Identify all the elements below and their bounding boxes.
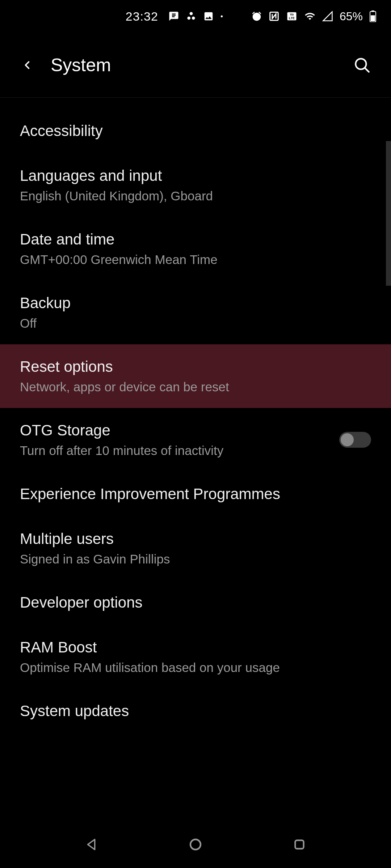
- dot-icon: •: [220, 12, 223, 21]
- app-header: System: [0, 33, 391, 98]
- list-item-languages[interactable]: Languages and input English (United King…: [0, 153, 391, 217]
- svg-text:LTE: LTE: [289, 16, 295, 20]
- list-item-experience-improvement[interactable]: Experience Improvement Programmes: [0, 472, 391, 516]
- list-item-ram-boost[interactable]: RAM Boost Optimise RAM utilisation based…: [0, 625, 391, 689]
- volte-icon: VoLTE: [286, 11, 298, 22]
- status-time: 23:32: [126, 9, 158, 24]
- nav-back-button[interactable]: [81, 834, 102, 855]
- svg-line-11: [365, 68, 369, 72]
- svg-rect-13: [295, 840, 303, 848]
- nav-recent-button[interactable]: [289, 834, 310, 855]
- list-title: RAM Boost: [20, 639, 371, 656]
- battery-icon: [369, 10, 377, 22]
- list-item-system-updates[interactable]: System updates: [0, 689, 391, 733]
- list-title: System updates: [20, 702, 371, 720]
- svg-rect-8: [371, 10, 374, 12]
- list-title: Backup: [20, 294, 371, 312]
- list-subtitle: Network, apps or device can be reset: [20, 380, 371, 394]
- svg-point-0: [190, 12, 193, 15]
- svg-point-1: [187, 17, 190, 20]
- list-item-developer-options[interactable]: Developer options: [0, 580, 391, 625]
- toggle-knob: [341, 433, 354, 446]
- list-title: Experience Improvement Programmes: [20, 485, 371, 503]
- list-item-accessibility[interactable]: Accessibility: [0, 109, 391, 153]
- navigation-bar: [0, 821, 391, 868]
- settings-list: Accessibility Languages and input Englis…: [0, 98, 391, 733]
- list-title: Date and time: [20, 231, 371, 248]
- list-title: Accessibility: [20, 122, 371, 140]
- list-title: Developer options: [20, 594, 371, 611]
- list-subtitle: Turn off after 10 minutes of inactivity: [20, 443, 371, 458]
- list-item-backup[interactable]: Backup Off: [0, 281, 391, 344]
- list-subtitle: Signed in as Gavin Phillips: [20, 552, 371, 566]
- signal-icon: [322, 11, 333, 22]
- otg-toggle[interactable]: [339, 432, 371, 448]
- list-subtitle: Optimise RAM utilisation based on your u…: [20, 660, 371, 675]
- wifi-icon: [304, 11, 316, 22]
- list-subtitle: Off: [20, 316, 371, 331]
- status-icons-left: •: [168, 11, 223, 22]
- search-button[interactable]: [351, 54, 373, 76]
- svg-text:Vo: Vo: [290, 13, 294, 16]
- list-item-date-time[interactable]: Date and time GMT+00:00 Greenwich Mean T…: [0, 217, 391, 281]
- list-subtitle: English (United Kingdom), Gboard: [20, 189, 371, 203]
- list-title: Multiple users: [20, 530, 371, 548]
- dots-icon: [186, 11, 197, 22]
- image-icon: [203, 11, 214, 22]
- nfc-icon: [269, 11, 279, 22]
- list-title: Languages and input: [20, 167, 371, 184]
- back-button[interactable]: [18, 56, 36, 74]
- list-title: OTG Storage: [20, 422, 371, 439]
- list-subtitle: GMT+00:00 Greenwich Mean Time: [20, 252, 371, 267]
- nav-home-button[interactable]: [185, 834, 206, 855]
- list-title: Reset options: [20, 358, 371, 375]
- status-bar: 23:32 • VoLTE 65%: [0, 0, 391, 33]
- status-icons-right: VoLTE 65%: [251, 10, 377, 23]
- svg-rect-9: [371, 15, 375, 21]
- list-item-reset-options[interactable]: Reset options Network, apps or device ca…: [0, 344, 391, 408]
- svg-point-2: [192, 17, 195, 20]
- battery-percent: 65%: [340, 10, 363, 23]
- list-item-otg-storage[interactable]: OTG Storage Turn off after 10 minutes of…: [0, 408, 391, 472]
- page-title: System: [51, 55, 111, 76]
- alarm-icon: [251, 11, 262, 22]
- svg-point-12: [190, 839, 201, 850]
- message-icon: [168, 11, 179, 22]
- list-item-multiple-users[interactable]: Multiple users Signed in as Gavin Philli…: [0, 516, 391, 580]
